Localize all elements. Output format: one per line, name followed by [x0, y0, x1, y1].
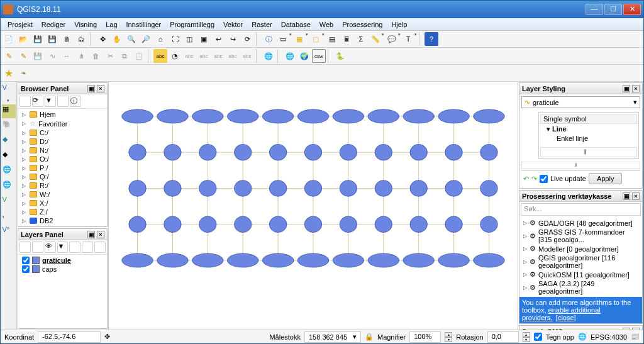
close-panel-icon[interactable]: × [632, 85, 640, 92]
print-composer-icon[interactable]: 🗎 [60, 32, 74, 46]
browser-item[interactable]: C:/ [21, 128, 104, 137]
browser-item[interactable]: P:/ [21, 164, 104, 172]
diagram-icon[interactable]: ◔ [168, 49, 182, 63]
add-spatialite-icon[interactable]: ◆ [2, 135, 16, 148]
dropdown-icon[interactable]: ▾ [306, 32, 308, 46]
crs-icon[interactable]: 🌐 [578, 333, 587, 341]
processing-tree[interactable]: ⚙GDAL/OGR [48 geoalgoritmer]⚙GRASS GIS 7… [519, 217, 642, 297]
add-mssql-icon[interactable]: ◆ [2, 150, 16, 164]
browser-item[interactable]: Hjem [21, 110, 104, 119]
zoom-selection-icon[interactable]: ◫ [182, 32, 196, 46]
lock-icon[interactable]: 🔒 [365, 333, 374, 341]
zoom-out-icon[interactable]: 🔎 [139, 32, 153, 46]
browser-item[interactable]: D:/ [21, 137, 104, 146]
add-postgis-icon[interactable]: 🐘 [2, 119, 16, 133]
maximize-button[interactable]: ☐ [604, 4, 622, 15]
field-calc-icon[interactable]: 🖩 [340, 32, 353, 46]
map-canvas[interactable] [109, 82, 518, 330]
close-panel-icon[interactable]: × [97, 85, 104, 92]
minimize-button[interactable]: — [586, 4, 603, 15]
expand-icon[interactable] [69, 241, 80, 253]
attribute-table-icon[interactable]: ▤ [325, 32, 339, 46]
zoom-last-icon[interactable]: ↩ [211, 32, 225, 46]
menu-database[interactable]: Database [277, 19, 315, 30]
label-rotate-icon[interactable]: abc [226, 49, 240, 63]
zoom-layer-icon[interactable]: ▣ [197, 32, 211, 46]
filter-icon[interactable]: ▼ [45, 96, 56, 107]
add-feature-icon[interactable]: ∿ [45, 49, 59, 63]
layers-list[interactable]: graticulecaps [18, 255, 107, 328]
zoom-in-icon[interactable]: 🔍 [125, 32, 138, 46]
processing-provider[interactable]: ⚙QuickOSM [11 geoalgoritmer] [522, 270, 640, 279]
scrollbar[interactable]: ⦀ [521, 162, 640, 169]
add-layer-icon[interactable] [19, 96, 31, 107]
dropdown-icon[interactable]: ▾ [322, 32, 325, 46]
collapse-all-icon[interactable] [82, 241, 93, 253]
annotation-icon[interactable]: T [401, 32, 415, 46]
composer-manager-icon[interactable]: 🗂 [74, 32, 88, 46]
coord-field[interactable]: -62.5,-74.6 [38, 331, 101, 343]
identify-icon[interactable]: ⓘ [262, 32, 275, 46]
browser-item[interactable]: R:/ [21, 181, 104, 190]
filter-legend-icon[interactable]: ▼ [57, 241, 69, 253]
add-csv-icon[interactable]: , [2, 210, 16, 224]
star-plugin-icon[interactable]: ★ [2, 66, 16, 80]
live-update-checkbox[interactable] [540, 175, 548, 183]
cut-icon[interactable]: ✂ [103, 49, 117, 63]
processing-provider[interactable]: ⚙SAGA (2.3.2) [249 geoalgoritmer] [522, 279, 640, 296]
zoom-native-icon[interactable]: ⌂ [153, 32, 167, 46]
plugin-globe-icon[interactable]: 🌐 [262, 49, 275, 63]
menu-innstillinger[interactable]: Innstillinger [122, 19, 166, 30]
deselect-icon[interactable]: ▢ [309, 32, 323, 46]
browser-item[interactable]: O:/ [21, 155, 104, 164]
select-expression-icon[interactable]: ▦ [292, 32, 306, 46]
browser-item[interactable]: W:/ [21, 190, 104, 199]
rotation-spinner[interactable]: ▴▾ [523, 332, 530, 342]
zoom-next-icon[interactable]: ↪ [226, 32, 240, 46]
label-pin-icon[interactable]: abc [182, 49, 196, 63]
menu-vektor[interactable]: Vektor [219, 19, 247, 30]
menu-hjelp[interactable]: Hjelp [387, 19, 411, 30]
dropdown-icon[interactable]: ▾ [398, 32, 401, 46]
dropdown-icon[interactable]: ▾ [414, 32, 417, 46]
add-raster-icon[interactable]: ▦ [2, 104, 16, 118]
save-as-icon[interactable]: 💾 [45, 32, 59, 46]
rotation-field[interactable]: 0,0 [487, 331, 519, 343]
symbol-node-line[interactable]: Line [552, 125, 567, 133]
help-icon[interactable]: ? [425, 32, 438, 46]
messages-icon[interactable]: 📰 [631, 333, 640, 341]
close-button[interactable]: ✕ [623, 4, 641, 15]
undo-icon[interactable]: ↶ [523, 175, 529, 183]
browser-item[interactable]: DB2 [21, 216, 104, 225]
browser-item[interactable]: ☆Favoritter [21, 119, 104, 128]
browser-item[interactable]: Q:/ [21, 172, 104, 181]
menu-lag[interactable]: Lag [101, 19, 121, 30]
remove-icon[interactable] [94, 241, 106, 253]
epsg-label[interactable]: EPSG:4030 [591, 333, 627, 341]
menu-programtillegg[interactable]: Programtillegg [165, 19, 219, 30]
dropdown-icon[interactable]: ▾ [289, 32, 292, 46]
osm-icon[interactable]: 🌍 [297, 49, 311, 63]
style-icon[interactable] [19, 241, 31, 253]
undock-icon[interactable]: ▣ [87, 85, 95, 92]
symbol-type-selector[interactable]: Single symbol [540, 114, 637, 124]
map-tips-icon[interactable]: 💬 [385, 32, 399, 46]
metasearch-icon[interactable]: 🌐 [283, 49, 297, 63]
layer-visibility-checkbox[interactable] [22, 265, 30, 273]
add-vector-icon[interactable]: V [2, 83, 16, 97]
label-move-icon[interactable]: abc [211, 49, 225, 63]
select-icon[interactable]: ▭ [276, 32, 290, 46]
browser-item[interactable]: Z:/ [21, 208, 104, 216]
paste-icon[interactable]: 📋 [132, 49, 146, 63]
layer-visibility-checkbox[interactable] [22, 257, 30, 264]
menu-visning[interactable]: Visning [70, 19, 101, 30]
magnifier-field[interactable]: 100% [409, 331, 441, 343]
python-console-icon[interactable]: 🐍 [333, 49, 347, 63]
copy-icon[interactable]: ⧉ [118, 49, 131, 63]
close-panel-icon[interactable]: × [97, 231, 104, 238]
layer-row[interactable]: caps [21, 265, 104, 274]
node-tool-icon[interactable]: ⋔ [74, 49, 88, 63]
new-project-icon[interactable]: 📄 [2, 32, 16, 46]
processing-provider[interactable]: ⚙GDAL/OGR [48 geoalgoritmer] [522, 218, 640, 228]
undock-icon[interactable]: ▣ [623, 85, 630, 92]
